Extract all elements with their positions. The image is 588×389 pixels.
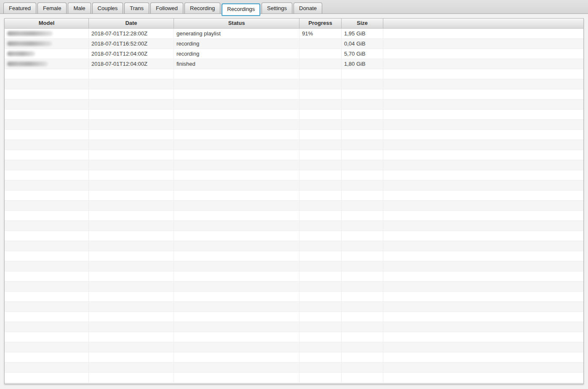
cell-status [174, 261, 299, 271]
cell-size [342, 130, 383, 140]
cell-date [89, 221, 174, 231]
cell-model [5, 160, 89, 170]
cell-spacer [383, 59, 583, 69]
table-row[interactable]: 2018-07-01T12:04:00Zrecording5,70 GiB [5, 49, 583, 59]
cell-spacer [383, 130, 583, 140]
cell-spacer [383, 79, 583, 89]
table-row-empty [5, 362, 583, 373]
cell-date [89, 180, 174, 190]
cell-date [89, 322, 174, 332]
cell-progress [299, 140, 342, 150]
cell-date [89, 170, 174, 180]
cell-progress [299, 211, 342, 220]
cell-model [5, 342, 89, 352]
tab-female[interactable]: Female [37, 3, 67, 13]
cell-status [174, 69, 299, 79]
cell-model [5, 99, 89, 109]
column-header-date[interactable]: Date [89, 19, 174, 28]
cell-progress [299, 190, 342, 200]
cell-model [5, 201, 89, 210]
table-row-empty [5, 140, 583, 150]
model-name-redacted [7, 51, 35, 56]
table-row[interactable]: 2018-07-01T12:28:00Zgenerating playlist9… [5, 29, 583, 39]
table-row-empty [5, 292, 583, 302]
column-header-progress[interactable]: Progress [299, 19, 342, 28]
cell-size [342, 302, 383, 311]
table-row[interactable]: 2018-07-01T16:52:00Zrecording0,04 GiB [5, 39, 583, 49]
cell-date [89, 362, 174, 372]
cell-date [89, 150, 174, 160]
cell-spacer [383, 211, 583, 220]
cell-status [174, 150, 299, 160]
table-row-empty [5, 110, 583, 120]
table-row-empty [5, 170, 583, 180]
table-row-empty [5, 160, 583, 170]
cell-size [342, 362, 383, 372]
cell-date: 2018-07-01T12:28:00Z [89, 29, 174, 38]
cell-progress [299, 59, 342, 69]
cell-progress: 91% [299, 29, 342, 38]
column-header-status[interactable]: Status [174, 19, 299, 28]
column-header-size[interactable]: Size [342, 19, 383, 28]
table-row-empty [5, 79, 583, 89]
tab-settings[interactable]: Settings [262, 3, 292, 13]
cell-progress [299, 150, 342, 160]
cell-progress [299, 261, 342, 271]
cell-size [342, 89, 383, 99]
cell-spacer [383, 180, 583, 190]
cell-date [89, 352, 174, 362]
cell-date [89, 251, 174, 261]
cell-spacer [383, 261, 583, 271]
cell-status [174, 231, 299, 241]
cell-size [342, 110, 383, 119]
cell-size [342, 180, 383, 190]
cell-date [89, 211, 174, 220]
cell-spacer [383, 312, 583, 322]
cell-status [174, 170, 299, 180]
cell-progress [299, 201, 342, 210]
cell-status [174, 201, 299, 210]
cell-progress [299, 69, 342, 79]
tab-male[interactable]: Male [68, 3, 91, 13]
cell-spacer [383, 302, 583, 311]
cell-spacer [383, 39, 583, 48]
cell-size [342, 79, 383, 89]
cell-date: 2018-07-01T12:04:00Z [89, 59, 174, 69]
cell-model [5, 282, 89, 291]
cell-status [174, 342, 299, 352]
table-row-empty [5, 302, 583, 312]
cell-model [5, 180, 89, 190]
table-row[interactable]: 2018-07-01T12:04:00Zfinished1,80 GiB [5, 59, 583, 69]
table-row-empty [5, 99, 583, 110]
table-row-empty [5, 190, 583, 201]
cell-size [342, 160, 383, 170]
cell-model [5, 140, 89, 150]
tab-followed[interactable]: Followed [150, 3, 183, 13]
cell-size [342, 190, 383, 200]
cell-size [342, 342, 383, 352]
column-header-model[interactable]: Model [5, 19, 89, 28]
cell-status [174, 292, 299, 301]
cell-model [5, 120, 89, 129]
cell-size [342, 150, 383, 160]
tab-featured[interactable]: Featured [3, 3, 36, 13]
cell-status [174, 130, 299, 140]
cell-status [174, 322, 299, 332]
table-row-empty [5, 221, 583, 231]
cell-status: generating playlist [174, 29, 299, 38]
cell-status [174, 352, 299, 362]
cell-progress [299, 352, 342, 362]
cell-model [5, 150, 89, 160]
model-name-redacted [7, 31, 53, 36]
tab-donate[interactable]: Donate [294, 3, 322, 13]
tab-recordings[interactable]: Recordings [222, 3, 260, 16]
cell-size: 5,70 GiB [342, 49, 383, 59]
cell-model [5, 110, 89, 119]
cell-date: 2018-07-01T12:04:00Z [89, 49, 174, 59]
cell-progress [299, 373, 342, 382]
cell-spacer [383, 221, 583, 231]
tab-couples[interactable]: Couples [92, 3, 123, 13]
tab-recording[interactable]: Recording [184, 3, 220, 13]
cell-size [342, 261, 383, 271]
tab-trans[interactable]: Trans [124, 3, 149, 13]
